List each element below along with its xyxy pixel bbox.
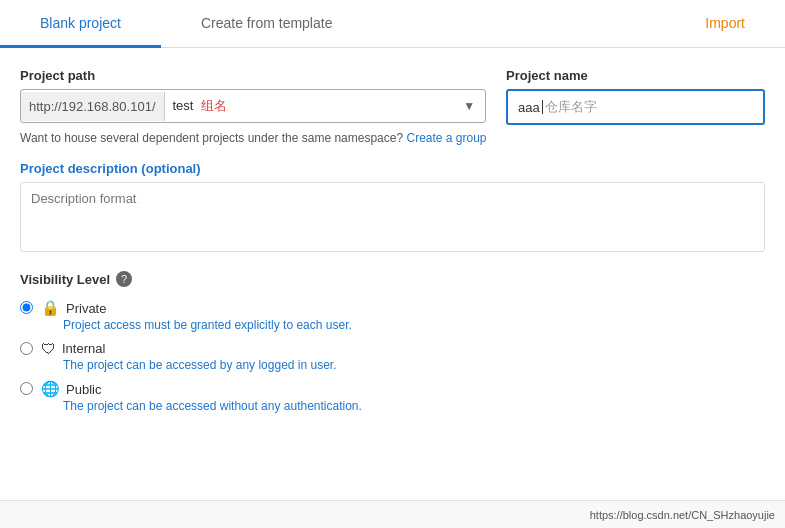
project-path-group: Project path http://192.168.80.101/ test…	[20, 68, 486, 125]
create-group-link[interactable]: Create a group	[406, 131, 486, 145]
visibility-internal-label: Internal	[62, 341, 105, 356]
visibility-private-desc: Project access must be granted explicitl…	[63, 318, 352, 332]
visibility-internal-desc: The project can be accessed by any logge…	[63, 358, 337, 372]
tab-blank-project[interactable]: Blank project	[0, 1, 161, 48]
description-group: Project description (optional)	[20, 161, 765, 271]
visibility-private-radio[interactable]	[20, 301, 33, 314]
form-top-row: Project path http://192.168.80.101/ test…	[20, 68, 765, 125]
visibility-public-option: 🌐 Public The project can be accessed wit…	[20, 380, 765, 413]
lock-icon: 🔒	[41, 299, 60, 317]
visibility-radio-group: 🔒 Private Project access must be granted…	[20, 299, 765, 413]
visibility-internal-radio[interactable]	[20, 342, 33, 355]
visibility-private-option: 🔒 Private Project access must be granted…	[20, 299, 765, 332]
shield-icon: 🛡	[41, 340, 56, 357]
visibility-header: Visibility Level ?	[20, 271, 765, 287]
project-path-namespace: test 组名	[165, 90, 454, 122]
project-name-label: Project name	[506, 68, 765, 83]
visibility-title: Visibility Level	[20, 272, 110, 287]
visibility-private-content: 🔒 Private Project access must be granted…	[41, 299, 352, 332]
tab-bar: Blank project Create from template Impor…	[0, 0, 785, 48]
visibility-public-label: Public	[66, 382, 101, 397]
main-content: Project path http://192.168.80.101/ test…	[0, 48, 785, 423]
tab-import[interactable]: Import	[665, 1, 785, 48]
bottom-url-text: https://blog.csdn.net/CN_SHzhaoyujie	[590, 509, 775, 521]
visibility-public-content: 🌐 Public The project can be accessed wit…	[41, 380, 362, 413]
project-path-label: Project path	[20, 68, 486, 83]
description-label: Project description (optional)	[20, 161, 765, 176]
project-path-input-wrapper[interactable]: http://192.168.80.101/ test 组名 ▼	[20, 89, 486, 123]
project-name-group: Project name aaa 仓库名字	[506, 68, 765, 125]
namespace-info: Want to house several dependent projects…	[20, 131, 765, 145]
visibility-public-label-row: 🌐 Public	[41, 380, 362, 398]
visibility-help-icon[interactable]: ?	[116, 271, 132, 287]
path-dropdown-button[interactable]: ▼	[453, 92, 485, 120]
visibility-private-label-row: 🔒 Private	[41, 299, 352, 317]
project-name-input[interactable]: aaa 仓库名字	[506, 89, 765, 125]
bottom-bar: https://blog.csdn.net/CN_SHzhaoyujie	[0, 500, 785, 528]
visibility-private-label: Private	[66, 301, 106, 316]
visibility-internal-content: 🛡 Internal The project can be accessed b…	[41, 340, 337, 372]
description-textarea[interactable]	[20, 182, 765, 252]
project-path-group-name: 组名	[201, 98, 227, 113]
project-name-placeholder: 仓库名字	[545, 98, 597, 116]
visibility-internal-label-row: 🛡 Internal	[41, 340, 337, 357]
visibility-public-desc: The project can be accessed without any …	[63, 399, 362, 413]
project-name-typed: aaa	[518, 100, 540, 115]
text-cursor	[542, 100, 543, 114]
visibility-internal-option: 🛡 Internal The project can be accessed b…	[20, 340, 765, 372]
tab-create-from-template[interactable]: Create from template	[161, 1, 373, 48]
globe-icon: 🌐	[41, 380, 60, 398]
visibility-public-radio[interactable]	[20, 382, 33, 395]
project-path-prefix: http://192.168.80.101/	[21, 92, 165, 121]
